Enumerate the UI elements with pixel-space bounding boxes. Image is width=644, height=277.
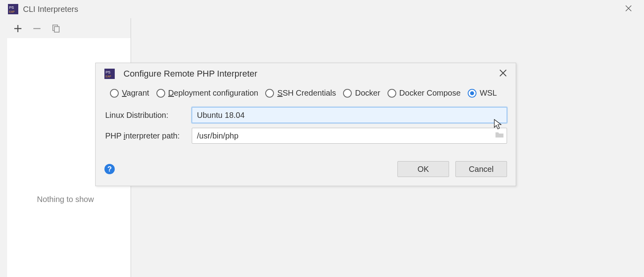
radio-icon: [468, 89, 476, 98]
ok-button[interactable]: OK: [397, 161, 449, 177]
svg-rect-4: [54, 27, 59, 32]
field-label: Linux Distribution:: [104, 111, 192, 120]
radio-icon: [265, 89, 274, 98]
svg-text:EAP: EAP: [106, 75, 111, 78]
php-path-row: PHP interpreter path:: [104, 125, 507, 146]
radio-icon: [343, 89, 352, 98]
add-interpreter-button[interactable]: [13, 23, 23, 34]
configure-remote-php-dialog: PS EAP Configure Remote PHP Interpreter …: [95, 63, 516, 186]
svg-text:PS: PS: [9, 6, 14, 10]
radio-label: WSL: [480, 88, 497, 98]
radio-label: Deployment configuration: [168, 88, 258, 98]
radio-label: SSH Credentials: [277, 88, 336, 98]
radio-icon: [156, 89, 165, 98]
dialog-title: CLI Interpreters: [23, 5, 78, 14]
phpstorm-eap-icon: PS EAP: [8, 4, 18, 14]
radio-docker-compose[interactable]: Docker Compose: [388, 88, 461, 98]
cancel-button[interactable]: Cancel: [455, 161, 507, 177]
close-icon[interactable]: [623, 5, 634, 14]
modal-footer: ? OK Cancel: [104, 146, 507, 177]
radio-label: Vagrant: [122, 88, 149, 98]
linux-distribution-row: Linux Distribution:: [104, 105, 507, 125]
svg-text:EAP: EAP: [9, 10, 15, 13]
interpreter-type-radios: Vagrant Deployment configuration SSH Cre…: [104, 88, 507, 105]
phpstorm-eap-icon: PS EAP: [104, 69, 115, 79]
radio-label: Docker Compose: [399, 88, 461, 98]
radio-wsl[interactable]: WSL: [468, 88, 497, 98]
remove-interpreter-button[interactable]: [32, 23, 42, 34]
radio-vagrant[interactable]: Vagrant: [110, 88, 149, 98]
php-interpreter-path-input[interactable]: [192, 128, 507, 144]
linux-distribution-input[interactable]: [192, 107, 507, 123]
copy-interpreter-button[interactable]: [51, 23, 61, 34]
field-label: PHP interpreter path:: [104, 131, 192, 140]
help-button[interactable]: ?: [104, 164, 115, 174]
close-icon[interactable]: [499, 69, 507, 79]
radio-label: Docker: [355, 88, 380, 98]
radio-icon: [110, 89, 119, 98]
modal-titlebar: PS EAP Configure Remote PHP Interpreter: [104, 69, 507, 88]
interpreter-toolbar: [7, 18, 131, 38]
radio-icon: [388, 89, 396, 98]
radio-docker[interactable]: Docker: [343, 88, 380, 98]
radio-deployment[interactable]: Deployment configuration: [156, 88, 258, 98]
browse-folder-icon[interactable]: [495, 131, 504, 140]
empty-text: Nothing to show: [37, 195, 94, 204]
modal-title: Configure Remote PHP Interpreter: [123, 69, 257, 79]
svg-text:PS: PS: [106, 70, 110, 74]
outer-titlebar: PS EAP CLI Interpreters: [7, 0, 638, 18]
radio-ssh[interactable]: SSH Credentials: [265, 88, 336, 98]
